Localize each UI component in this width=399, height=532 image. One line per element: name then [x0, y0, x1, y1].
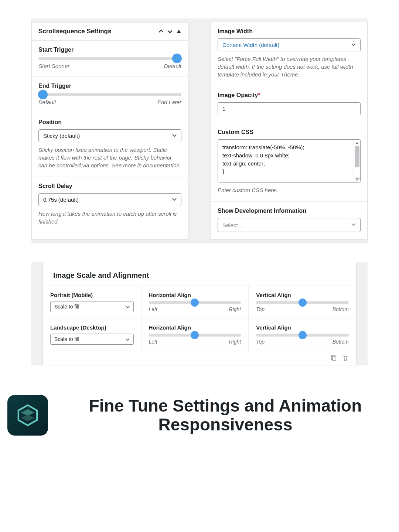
- start-trigger-slider[interactable]: [38, 57, 181, 60]
- chevron-down-icon: [351, 42, 356, 48]
- image-opacity-label: Image Opacity*: [218, 92, 361, 99]
- position-select[interactable]: Sticky (default): [38, 129, 181, 142]
- chevron-down-icon: [172, 133, 177, 139]
- scroll-delay-select[interactable]: 0.75s (default): [38, 193, 181, 206]
- start-trigger-section: Start Trigger Start Sooner Default: [32, 41, 188, 77]
- chevron-up-icon[interactable]: [158, 29, 164, 34]
- custom-css-help: Enter custom CSS here.: [218, 186, 361, 194]
- image-opacity-input[interactable]: 1: [218, 102, 361, 115]
- panel-title: Scrollsequence Settings: [38, 28, 111, 35]
- promo-footer: Fine Tune Settings and Animation Respons…: [0, 380, 399, 443]
- image-width-select[interactable]: Content Width (default): [218, 38, 361, 51]
- halign-label: Horizontal Align: [149, 324, 241, 331]
- chevron-down-icon: [348, 221, 356, 229]
- dev-info-placeholder: Select...: [222, 222, 242, 228]
- logo-icon: [7, 395, 48, 436]
- position-select-value: Sticky (default): [43, 133, 80, 139]
- valign-slider[interactable]: [256, 334, 349, 337]
- textarea-scrollbar[interactable]: ▲ ▼: [354, 140, 360, 182]
- scale-mode-select[interactable]: Scale to fill: [50, 334, 134, 345]
- image-opacity-section: Image Opacity* 1: [211, 86, 367, 123]
- image-scale-title: Image Scale and Alignment: [43, 262, 356, 286]
- scroll-delay-section: Scroll Delay 0.75s (default) How long it…: [32, 177, 188, 233]
- image-width-help: Select "Force Full Width" to overrride y…: [218, 55, 361, 78]
- position-help: Sticky position fixes animation to the v…: [38, 146, 181, 169]
- settings-panel-left: Scrollsequence Settings Start Trigger St…: [31, 22, 188, 240]
- halign-slider[interactable]: [149, 301, 241, 304]
- position-section: Position Sticky (default) Sticky positio…: [32, 113, 188, 177]
- svg-rect-1: [332, 357, 336, 361]
- halign-slider[interactable]: [149, 334, 241, 337]
- image-width-value: Content Width (default): [222, 42, 279, 48]
- duplicate-icon[interactable]: [330, 355, 337, 361]
- dev-info-section: Show Development Information Select...: [211, 202, 367, 239]
- image-width-section: Image Width Content Width (default) Sele…: [211, 22, 367, 86]
- end-trigger-label: End Trigger: [38, 83, 181, 89]
- scroll-delay-help: How long it takes the animation to catch…: [38, 210, 181, 225]
- panel-footer: [43, 351, 356, 365]
- end-trigger-slider[interactable]: [38, 93, 181, 96]
- start-slider-right: Default: [164, 63, 181, 69]
- image-width-label: Image Width: [218, 28, 361, 35]
- image-scale-panel: Image Scale and Alignment Portrait (Mobi…: [42, 262, 357, 365]
- settings-panel-right: Image Width Content Width (default) Sele…: [211, 22, 368, 240]
- valign-label: Vertical Align: [256, 292, 349, 298]
- start-slider-left: Start Sooner: [38, 63, 69, 69]
- mode-label: Landscape (Desktop): [50, 324, 134, 331]
- dev-info-select[interactable]: Select...: [218, 218, 361, 232]
- valign-label: Vertical Align: [256, 324, 349, 331]
- scale-mode-select[interactable]: Scale to fill: [50, 301, 134, 312]
- start-trigger-label: Start Trigger: [38, 47, 181, 53]
- end-slider-left: Default: [38, 99, 56, 105]
- position-label: Position: [38, 119, 181, 126]
- trash-icon[interactable]: [342, 355, 349, 361]
- panel-header: Scrollsequence Settings: [32, 23, 188, 41]
- halign-label: Horizontal Align: [149, 292, 241, 298]
- dev-info-label: Show Development Information: [218, 208, 361, 214]
- triangle-up-icon[interactable]: [176, 29, 181, 34]
- custom-css-section: Custom CSS transform: translate(-50%, -5…: [211, 123, 367, 202]
- custom-css-textarea[interactable]: transform: translate(-50%, -50%); text-s…: [218, 139, 361, 183]
- end-slider-right: End Later: [157, 99, 181, 105]
- valign-slider[interactable]: [256, 301, 349, 304]
- scroll-delay-label: Scroll Delay: [38, 183, 181, 190]
- custom-css-label: Custom CSS: [218, 129, 361, 136]
- scroll-delay-value: 0.75s (default): [43, 197, 79, 203]
- mode-label: Portrait (Mobile): [50, 292, 134, 298]
- chevron-down-icon: [172, 197, 177, 202]
- chevron-down-icon[interactable]: [167, 29, 173, 34]
- end-trigger-section: End Trigger Default End Later: [32, 77, 188, 113]
- promo-title: Fine Tune Settings and Animation Respons…: [59, 396, 392, 434]
- custom-css-content: transform: translate(-50%, -50%); text-s…: [218, 140, 354, 182]
